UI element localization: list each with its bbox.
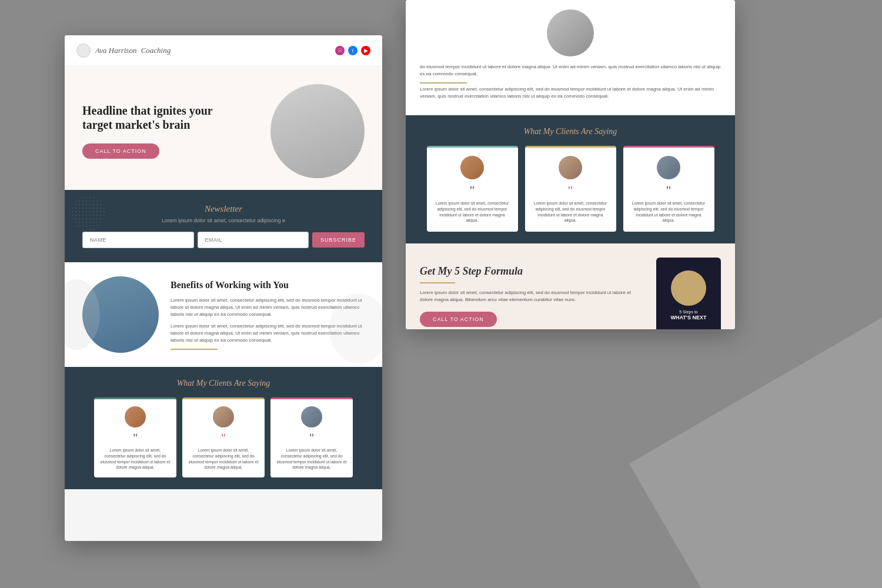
name-input[interactable] — [82, 232, 194, 248]
right-client-card-3: " Lorem ipsum dolor sit amet, consectetu… — [623, 146, 714, 232]
formula-book: 5 Steps to WHAT'S NEXT — [656, 258, 721, 329]
logo-text: Ava Harrison Coaching — [95, 46, 171, 55]
facebook-icon[interactable]: f — [348, 46, 358, 55]
left-header: Ava Harrison Coaching ☉ f ▶ — [65, 35, 382, 66]
hero-section: Headline that ignites your target market… — [65, 66, 382, 190]
left-mockup: Ava Harrison Coaching ☉ f ▶ Headline tha… — [65, 35, 382, 541]
client-text-2: Lorem ipsum dolor sit amet, consectetur … — [188, 447, 259, 470]
right-client-card-1: " Lorem ipsum dolor sit amet, consectetu… — [427, 146, 518, 232]
newsletter-subtitle: Lorem ipsum dolor sit amet, consectetur … — [82, 218, 365, 223]
quote-icon-1: " — [100, 432, 171, 444]
right-clients-title: What My Clients Are Saying — [420, 127, 721, 136]
right-top-person-image — [547, 9, 594, 56]
benefits-title: Benefits of Working with You — [171, 279, 365, 292]
book-title: 5 Steps to WHAT'S NEXT — [667, 309, 710, 322]
right-top-section: do eiusmod tempor incididunt ut labore e… — [406, 0, 735, 115]
right-client-text-1: Lorem ipsum dolor sit amet, consectetur … — [434, 201, 511, 223]
right-client-avatar-3 — [657, 156, 680, 179]
benefits-section: Benefits of Working with You Lorem ipsum… — [65, 262, 382, 367]
right-clients-section: What My Clients Are Saying " Lorem ipsum… — [406, 115, 735, 243]
right-client-text-3: Lorem ipsum dolor sit amet, consectetur … — [630, 201, 707, 223]
client-card-2: " Lorem ipsum dolor sit amet, consectetu… — [182, 397, 265, 477]
right-quote-icon-3: " — [630, 184, 707, 197]
client-card-1: " Lorem ipsum dolor sit amet, consectetu… — [94, 397, 176, 477]
client-text-1: Lorem ipsum dolor sit amet, consectetur … — [100, 447, 171, 470]
left-clients-title: What My Clients Are Saying — [79, 379, 368, 388]
client-text-3: Lorem ipsum dolor sit amet, consectetur … — [276, 447, 347, 470]
right-quote-icon-2: " — [532, 184, 609, 197]
instagram-icon[interactable]: ☉ — [335, 46, 345, 55]
right-top-para1: do eiusmod tempor incididunt ut labore e… — [420, 64, 721, 78]
logo-icon — [76, 44, 91, 58]
right-top-image-area — [420, 9, 721, 56]
formula-description: Lorem ipsum dolor sit amet, consectetur … — [420, 289, 644, 303]
newsletter-section: Newsletter Lorem ipsum dolor sit amet, c… — [65, 190, 382, 262]
email-input[interactable] — [198, 232, 309, 248]
left-clients-section: What My Clients Are Saying " Lorem ipsum… — [65, 367, 382, 489]
client-avatar-1 — [125, 406, 146, 427]
subscribe-button[interactable]: SUBSCRIBE — [312, 232, 365, 248]
youtube-icon[interactable]: ▶ — [361, 46, 370, 55]
hero-headline: Headline that ignites your target market… — [82, 103, 223, 132]
right-client-text-2: Lorem ipsum dolor sit amet, consectetur … — [532, 201, 609, 223]
hero-dots — [320, 137, 373, 190]
formula-cta-button[interactable]: CALL TO ACTION — [420, 312, 497, 327]
blob-decoration-right — [329, 293, 382, 364]
right-client-avatar-2 — [559, 156, 582, 179]
newsletter-title: Newsletter — [82, 204, 365, 214]
client-avatar-2 — [213, 406, 234, 427]
quote-icon-3: " — [276, 432, 347, 444]
formula-text: Get My 5 Step Formula Lorem ipsum dolor … — [420, 265, 644, 327]
benefits-divider — [171, 349, 218, 350]
formula-divider — [420, 282, 455, 283]
newsletter-dots — [71, 196, 106, 231]
formula-section: Get My 5 Step Formula Lorem ipsum dolor … — [406, 243, 735, 329]
right-client-avatar-1 — [460, 156, 484, 179]
left-clients-grid: " Lorem ipsum dolor sit amet, consectetu… — [79, 397, 368, 477]
right-clients-grid: " Lorem ipsum dolor sit amet, consectetu… — [420, 146, 721, 232]
client-avatar-3 — [301, 406, 322, 427]
client-card-3: " Lorem ipsum dolor sit amet, consectetu… — [270, 397, 353, 477]
right-mockup: do eiusmod tempor incididunt ut labore e… — [406, 0, 735, 329]
header-social-icons: ☉ f ▶ — [335, 46, 370, 55]
book-circle-image — [671, 270, 706, 306]
newsletter-form: SUBSCRIBE — [82, 232, 365, 248]
quote-icon-2: " — [188, 432, 259, 444]
hero-cta-button[interactable]: CALL TO ACTION — [82, 143, 159, 159]
right-client-card-2: " Lorem ipsum dolor sit amet, consectetu… — [525, 146, 616, 232]
formula-title: Get My 5 Step Formula — [420, 265, 644, 278]
hero-text: Headline that ignites your target market… — [82, 103, 223, 159]
logo-area: Ava Harrison Coaching — [76, 44, 171, 58]
right-quote-icon-1: " — [434, 184, 511, 197]
right-top-para2: Lorem ipsum dolor sit amet, consectetur … — [420, 86, 721, 100]
right-top-divider — [420, 82, 467, 83]
